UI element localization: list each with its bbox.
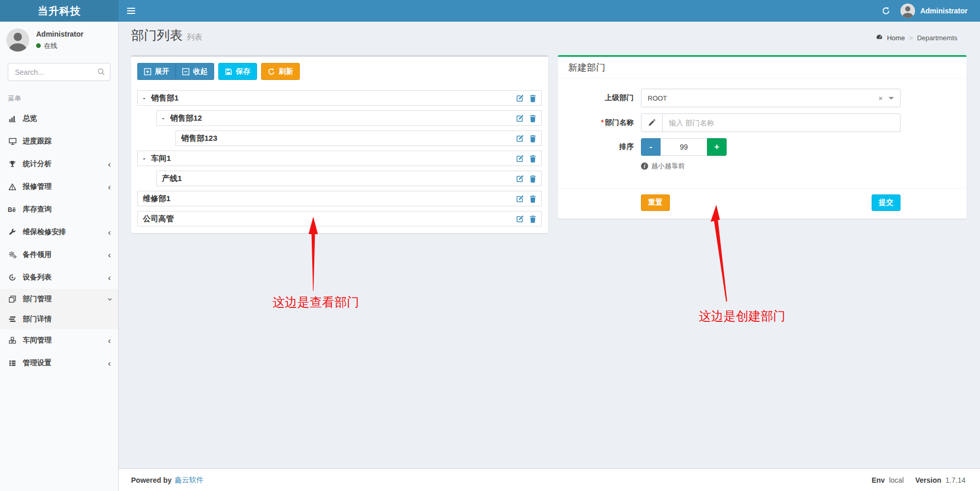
breadcrumb-home-link[interactable]: Home bbox=[887, 34, 905, 42]
collapse-button[interactable]: 收起 bbox=[176, 63, 214, 80]
delete-icon[interactable] bbox=[529, 215, 536, 223]
sidebar-search bbox=[8, 63, 110, 81]
chevron-down-icon: ‹ bbox=[105, 298, 114, 301]
sidebar-item-progress[interactable]: 进度跟踪 bbox=[0, 130, 118, 153]
page-subtitle: 列表 bbox=[187, 32, 202, 41]
sort-stepper: - + bbox=[641, 138, 727, 156]
delete-icon[interactable] bbox=[529, 94, 536, 102]
search-input[interactable] bbox=[8, 63, 110, 81]
tree-row[interactable]: 产线1 bbox=[156, 171, 542, 186]
collapse-toggle-icon[interactable]: - bbox=[143, 155, 146, 162]
sidebar: Administrator 在线 菜单 总览 bbox=[0, 22, 119, 491]
tree-row[interactable]: 维修部1 bbox=[137, 191, 542, 206]
trophy-icon bbox=[8, 160, 17, 168]
stream-icon bbox=[8, 316, 17, 323]
dashboard-icon bbox=[876, 34, 883, 42]
pencil-icon bbox=[641, 113, 663, 132]
department-name-input[interactable] bbox=[663, 113, 901, 132]
navbar-right: Administrator bbox=[882, 0, 980, 22]
sidebar-item-maintenance[interactable]: 维保检修安排 ‹ bbox=[0, 221, 118, 243]
page-title: 部门列表 bbox=[131, 28, 183, 42]
sidebar-item-workshop[interactable]: 车间管理 ‹ bbox=[0, 329, 118, 352]
card-title: 新建部门 bbox=[558, 57, 967, 78]
save-button[interactable]: 保存 bbox=[218, 63, 257, 80]
clear-icon[interactable]: × bbox=[878, 94, 882, 102]
cubes-icon bbox=[8, 337, 17, 344]
chevron-left-icon: ‹ bbox=[108, 251, 111, 259]
edit-icon[interactable] bbox=[516, 94, 524, 102]
powered-by-label: Powered by bbox=[131, 476, 172, 484]
chevron-left-icon: ‹ bbox=[108, 228, 111, 237]
online-dot-icon bbox=[36, 43, 41, 48]
online-status[interactable]: 在线 bbox=[36, 41, 84, 51]
content-header: 部门列表列表 Home > Departmemts bbox=[131, 27, 957, 44]
decrement-button[interactable]: - bbox=[641, 138, 661, 156]
parent-department-label: 上级部门 bbox=[568, 93, 634, 103]
th-list-icon bbox=[8, 359, 17, 367]
refresh-button[interactable]: 刷新 bbox=[261, 63, 300, 80]
refresh-icon[interactable] bbox=[882, 7, 890, 15]
brand-logo[interactable]: 当升科技 bbox=[0, 0, 119, 22]
version-value: 1.7.14 bbox=[945, 476, 966, 484]
sidebar-item-department-detail[interactable]: 部门详情 bbox=[0, 309, 118, 329]
edit-icon[interactable] bbox=[516, 215, 524, 223]
delete-icon[interactable] bbox=[529, 114, 536, 122]
sidebar-user-panel: Administrator 在线 bbox=[0, 22, 118, 55]
tree-row[interactable]: - 销售部1 bbox=[137, 90, 542, 106]
create-department-card: 新建部门 上级部门 ROOT × *部门名称 bbox=[558, 55, 967, 219]
sidebar-item-repair[interactable]: 报修管理 ‹ bbox=[0, 175, 118, 198]
sidebar-item-departments[interactable]: 部门管理 ‹ bbox=[0, 289, 118, 309]
increment-button[interactable]: + bbox=[707, 138, 727, 156]
behance-icon: Bē bbox=[8, 206, 17, 213]
search-icon[interactable] bbox=[97, 68, 105, 78]
reset-button[interactable]: 重置 bbox=[641, 194, 670, 211]
delete-icon[interactable] bbox=[529, 175, 536, 183]
chevron-left-icon: ‹ bbox=[108, 183, 111, 191]
caret-down-icon bbox=[889, 97, 894, 100]
collapse-toggle-icon[interactable]: - bbox=[143, 94, 146, 102]
delete-icon[interactable] bbox=[529, 155, 536, 162]
department-name-label: *部门名称 bbox=[568, 118, 634, 127]
collapse-toggle-icon[interactable]: - bbox=[162, 114, 165, 122]
equipment-circle-icon bbox=[8, 274, 17, 281]
expand-button[interactable]: 展开 bbox=[137, 63, 176, 80]
sidebar-item-statistics[interactable]: 统计分析 ‹ bbox=[0, 153, 118, 175]
wrench-icon bbox=[8, 228, 17, 236]
vendor-link[interactable]: 鑫云软件 bbox=[175, 476, 204, 485]
app-window: 当升科技 Administrator Administrator bbox=[0, 0, 980, 491]
sort-value-input[interactable] bbox=[661, 138, 707, 156]
cogs-icon bbox=[8, 251, 17, 258]
tree-row[interactable]: - 销售部12 bbox=[156, 110, 542, 126]
tree-row[interactable]: 销售部123 bbox=[175, 130, 542, 146]
tree-row[interactable]: 公司高管 bbox=[137, 211, 542, 226]
sidebar-item-admin-settings[interactable]: 管理设置 ‹ bbox=[0, 352, 118, 374]
sidebar-username: Administrator bbox=[36, 30, 84, 38]
tree-row[interactable]: - 车间1 bbox=[137, 151, 542, 166]
menu-header: 菜单 bbox=[8, 94, 118, 103]
sort-label: 排序 bbox=[568, 142, 634, 152]
submit-button[interactable]: 提交 bbox=[872, 194, 901, 211]
edit-icon[interactable] bbox=[516, 155, 524, 162]
sidebar-item-equipment[interactable]: 设备列表 ‹ bbox=[0, 266, 118, 289]
chevron-left-icon: ‹ bbox=[108, 359, 111, 368]
user-menu[interactable]: Administrator bbox=[901, 4, 968, 18]
chevron-left-icon: ‹ bbox=[108, 273, 111, 282]
delete-icon[interactable] bbox=[529, 135, 536, 142]
sidebar-item-inventory[interactable]: Bē 库存查询 bbox=[0, 198, 118, 221]
sidebar-item-spare-parts[interactable]: 备件领用 ‹ bbox=[0, 243, 118, 266]
sidebar-item-overview[interactable]: 总览 bbox=[0, 107, 118, 130]
parent-department-select[interactable]: ROOT × bbox=[641, 89, 901, 107]
delete-icon[interactable] bbox=[529, 195, 536, 203]
edit-icon[interactable] bbox=[516, 195, 524, 203]
avatar bbox=[901, 4, 915, 18]
department-tree: - 销售部1 - 销售部12 销售部123 - 车间1 bbox=[137, 90, 542, 231]
edit-icon[interactable] bbox=[516, 175, 524, 183]
sidebar-toggle-button[interactable] bbox=[119, 0, 143, 22]
chevron-left-icon: ‹ bbox=[108, 336, 111, 345]
navbar-username: Administrator bbox=[920, 7, 968, 15]
env-label: Env bbox=[872, 476, 885, 484]
edit-icon[interactable] bbox=[516, 114, 524, 122]
desktop-icon bbox=[8, 138, 17, 145]
edit-icon[interactable] bbox=[516, 135, 524, 142]
top-navbar: 当升科技 Administrator bbox=[0, 0, 980, 22]
